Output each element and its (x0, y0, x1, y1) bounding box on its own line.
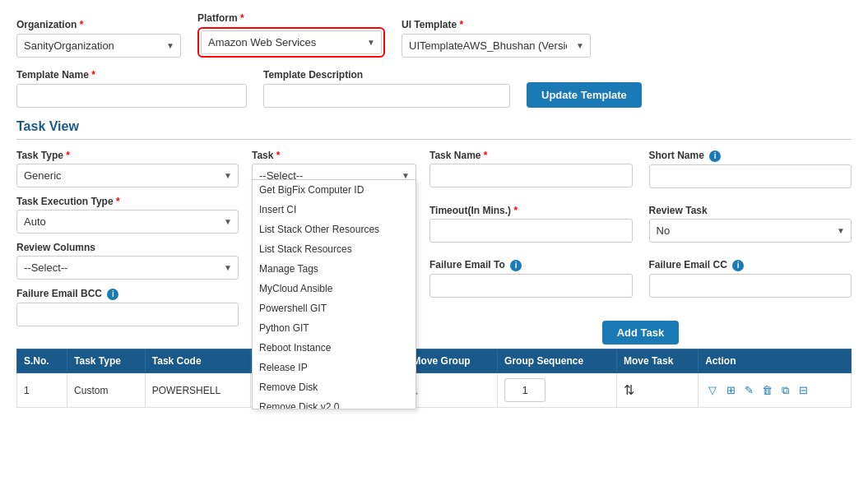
review-task-select[interactable]: No (649, 219, 852, 243)
cell-action: ▽ ⊞ ✎ 🗑 ⧉ ⊟ (699, 373, 852, 408)
short-name-info-icon[interactable]: i (709, 150, 721, 162)
template-name-label: Template Name * (16, 69, 247, 81)
task-execution-type-select-wrapper: Auto (16, 210, 239, 234)
task-type-select[interactable]: Generic (16, 164, 239, 187)
task-label: Task * (252, 150, 416, 161)
platform-label: Platform * (197, 12, 385, 24)
dropdown-item-remove-disk[interactable]: Remove Disk (253, 377, 415, 397)
failure-email-cc-info-icon[interactable]: i (732, 260, 744, 271)
col-task-type: Task Type (67, 349, 146, 373)
review-task-row: Review Task No (649, 205, 852, 243)
review-task-select-wrapper: No (649, 219, 852, 243)
task-name-input[interactable] (429, 164, 633, 187)
timeout-input[interactable]: 30 (429, 219, 633, 243)
dropdown-item-release-ip[interactable]: Release IP (253, 358, 415, 377)
failure-email-to-input[interactable] (429, 274, 633, 298)
task-dropdown-list: Get BigFix Computer ID Insert CI List St… (252, 179, 416, 409)
task-view-title: Task View (16, 119, 852, 140)
move-task-icon[interactable]: ⇅ (624, 383, 634, 397)
cell-task-code: POWERSHELL (145, 373, 251, 408)
group-sequence-input[interactable] (504, 378, 545, 402)
template-name-input[interactable]: ProcessTemplate_AWS (16, 84, 247, 108)
update-template-button[interactable]: Update Template (527, 82, 642, 108)
dropdown-item-reboot[interactable]: Reboot Instance (253, 338, 415, 358)
timeout-row: Timeout(In Mins.) * 30 (429, 205, 633, 243)
ui-template-label: UI Template * (402, 19, 591, 30)
grid-action-icon[interactable]: ⊞ (723, 383, 738, 398)
table-row: 1 Custom POWERSHELL GetV... ⚙ ↓ (17, 373, 852, 408)
review-task-label: Review Task (649, 205, 852, 216)
short-name-input[interactable] (649, 164, 852, 188)
short-name-label: Short Name i (649, 150, 852, 162)
failure-email-cc-row: Failure Email CC i (649, 259, 852, 298)
dropdown-item-powershell-git[interactable]: Powershell GIT (253, 298, 415, 318)
add-task-button[interactable]: Add Task (602, 321, 680, 345)
task-left-panel: Task Type * Generic Task Execution Type … (16, 150, 239, 345)
task-name-row: Task Name * (429, 150, 633, 188)
col-move-group: Move Group (406, 349, 497, 373)
short-name-row: Short Name i (649, 150, 852, 188)
task-execution-type-row: Task Execution Type * Auto (16, 196, 239, 234)
review-columns-row: Review Columns --Select-- (16, 242, 239, 280)
dropdown-item-mycloud[interactable]: MyCloud Ansible (253, 279, 415, 298)
task-execution-type-select[interactable]: Auto (16, 210, 239, 234)
dropdown-item-list-stack-other[interactable]: List Stack Other Resources (253, 220, 415, 239)
col-move-task: Move Task (616, 349, 698, 373)
review-columns-select[interactable]: --Select-- (16, 256, 239, 280)
action-icons-group: ▽ ⊞ ✎ 🗑 ⧉ ⊟ (705, 383, 844, 398)
task-execution-type-label: Task Execution Type * (16, 196, 239, 207)
template-desc-input[interactable]: ProcessTemplate_AWS_Bhushan (263, 84, 510, 108)
template-desc-field: Template Description ProcessTemplate_AWS… (263, 69, 510, 108)
timeout-label: Timeout(In Mins.) * (429, 205, 633, 216)
task-right-panel: Task Name * Short Name i (429, 150, 852, 345)
task-view-section: Task View Task Type * Generic (16, 119, 852, 408)
organization-select[interactable]: SanityOrganization (16, 34, 181, 58)
failure-email-cc-label: Failure Email CC i (649, 259, 852, 271)
failure-email-bcc-label: Failure Email BCC i (16, 288, 239, 300)
review-columns-select-wrapper: --Select-- (16, 256, 239, 280)
task-type-label: Task Type * (16, 150, 239, 161)
cell-move-group: ↓ (406, 373, 497, 408)
failure-email-to-label: Failure Email To i (429, 259, 633, 271)
template-name-field: Template Name * ProcessTemplate_AWS (16, 69, 247, 108)
col-group-sequence: Group Sequence (498, 349, 617, 373)
dropdown-item-list-stack[interactable]: List Stack Resources (253, 239, 415, 259)
task-table: S.No. Task Type Task Code Task Notify Fa… (16, 349, 852, 408)
failure-email-bcc-row: Failure Email BCC i (16, 288, 239, 326)
failure-email-bcc-info-icon[interactable]: i (107, 289, 118, 300)
col-sno: S.No. (17, 349, 67, 373)
cell-group-sequence (498, 373, 617, 408)
col-action: Action (699, 349, 852, 373)
delete-action-icon[interactable]: 🗑 (759, 383, 774, 398)
platform-select[interactable]: Amazon Web Services (201, 30, 382, 54)
more-action-icon[interactable]: ⊟ (796, 383, 810, 398)
dropdown-item-python-git[interactable]: Python GIT (253, 318, 415, 338)
failure-email-to-info-icon[interactable]: i (510, 260, 522, 271)
organization-field: Organization * SanityOrganization (16, 19, 181, 58)
edit-action-icon[interactable]: ✎ (741, 383, 756, 398)
task-middle-panel: Task * --Select-- Get BigFix Computer ID… (252, 150, 416, 345)
cell-sno: 1 (17, 373, 67, 408)
failure-email-cc-input[interactable] (649, 274, 852, 298)
failure-email-to-row: Failure Email To i (429, 259, 633, 298)
copy-action-icon[interactable]: ⧉ (777, 383, 792, 398)
cell-task-type: Custom (67, 373, 146, 408)
organization-label: Organization * (16, 19, 181, 30)
platform-select-wrapper: Amazon Web Services (201, 30, 382, 54)
ui-template-select[interactable]: UITemplateAWS_Bhushan (Version 1) (402, 34, 591, 58)
failure-email-bcc-input[interactable] (16, 303, 239, 326)
organization-select-wrapper: SanityOrganization (16, 34, 181, 58)
task-type-row: Task Type * Generic (16, 150, 239, 187)
col-task-code: Task Code (145, 349, 251, 373)
review-columns-label: Review Columns (16, 242, 239, 253)
template-desc-label: Template Description (263, 69, 510, 81)
dropdown-item-remove-disk-v2[interactable]: Remove Disk v2.0 (253, 397, 415, 409)
ui-template-field: UI Template * UITemplateAWS_Bhushan (Ver… (402, 19, 591, 58)
ui-template-select-wrapper: UITemplateAWS_Bhushan (Version 1) (402, 34, 591, 58)
dropdown-item-insert-ci[interactable]: Insert CI (253, 200, 415, 220)
filter-action-icon[interactable]: ▽ (705, 383, 720, 398)
platform-highlight: Amazon Web Services (197, 27, 385, 58)
platform-field: Platform * Amazon Web Services (197, 12, 385, 58)
dropdown-item-manage-tags[interactable]: Manage Tags (253, 259, 415, 279)
dropdown-item-get-bigfix[interactable]: Get BigFix Computer ID (253, 180, 415, 200)
